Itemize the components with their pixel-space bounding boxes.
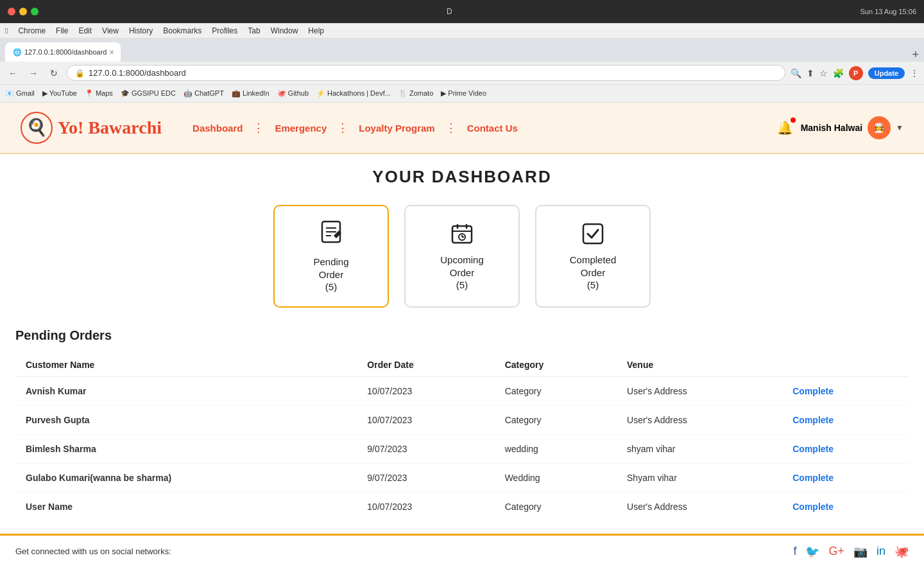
cell-venue-1: User's Address [617,405,782,434]
nav-emergency[interactable]: Emergency [270,120,332,136]
back-button[interactable]: ← [5,66,21,81]
window-title: D [44,7,855,16]
nav-contact[interactable]: Contact Us [462,120,523,136]
browser-chrome: D Sun 13 Aug 15:06  Chrome File Edit Vi… [0,0,924,103]
menu-file[interactable]: File [56,26,68,35]
complete-button-0[interactable]: Complete [792,386,834,396]
tabs-actions: + [912,48,919,62]
user-info[interactable]: Manish Halwai 🧑‍🍳 ▼ [801,116,903,139]
col-venue: Venue [617,353,782,377]
col-customer-name: Customer Name [15,353,357,377]
notification-bell[interactable]: 🔔 [777,120,793,136]
minimize-button[interactable] [19,8,27,15]
upcoming-order-label: UpcomingOrder(5) [440,254,484,292]
bookmark-ggsipu[interactable]: 🎓 GGSIPU EDC [121,89,176,98]
nav-dashboard[interactable]: Dashboard [187,120,248,136]
bookmark-youtube[interactable]: ▶ YouTube [42,89,77,98]
col-action [782,353,909,377]
profile-icon[interactable]: P [849,66,863,80]
lock-icon: 🔒 [75,69,85,78]
linkedin-icon[interactable]: in [877,545,886,559]
cell-customer-0: Avnish Kumar [15,376,357,405]
bookmark-github[interactable]: 🐙 Github [277,89,309,98]
maximize-button[interactable] [31,8,38,15]
cell-customer-2: Bimlesh Sharma [15,434,357,463]
notification-badge [791,118,796,123]
complete-button-3[interactable]: Complete [792,473,834,483]
col-category: Category [495,353,617,377]
address-bar[interactable]: 🔒 127.0.0.1:8000/dashboard [67,65,785,81]
bookmark-zomato[interactable]: 🍴 Zomato [398,89,433,98]
menu-chrome[interactable]: Chrome [18,26,46,35]
logo-icon: 🍳 [21,112,53,144]
pending-order-card[interactable]: PendingOrder(5) [273,205,389,308]
bookmark-chatgpt[interactable]: 🤖 ChatGPT [184,89,224,98]
menu-tab[interactable]: Tab [248,26,260,35]
svg-rect-14 [583,224,603,243]
menu-apple[interactable]:  [5,26,8,35]
cell-category-4: Category [495,492,617,521]
complete-button-2[interactable]: Complete [792,444,834,454]
completed-order-card[interactable]: CompletedOrder(5) [535,205,651,308]
upcoming-order-card[interactable]: UpcomingOrder(5) [404,205,520,308]
twitter-icon[interactable]: 🐦 [805,545,819,559]
menu-edit[interactable]: Edit [78,26,92,35]
cell-action-3: Complete [782,463,909,492]
extensions-icon[interactable]: 🧩 [833,68,844,78]
nav-links: Dashboard ⋮ Emergency ⋮ Loyalty Program … [187,120,777,136]
cell-customer-4: User Name [15,492,357,521]
new-tab-button[interactable]: + [912,48,919,62]
share-icon[interactable]: ⬆ [807,68,814,78]
active-tab[interactable]: 🌐 127.0.0.1:8000/dashboard ✕ [5,42,121,62]
cell-venue-3: Shyam vihar [617,463,782,492]
time-display: Sun 13 Aug 15:06 [860,8,916,15]
bookmark-linkedin[interactable]: 💼 LinkedIn [232,89,270,98]
logo-text: Yo! Bawarchi [58,118,162,138]
google-plus-icon[interactable]: G+ [828,545,844,559]
orders-table: Customer Name Order Date Category Venue … [15,353,909,521]
menu-history[interactable]: History [129,26,153,35]
tab-close-button[interactable]: ✕ [109,49,114,56]
bookmark-icon[interactable]: ☆ [819,68,828,78]
cell-date-1: 10/07/2023 [357,405,494,434]
bookmark-hackathons[interactable]: ⚡ Hackathons | Devf... [316,89,391,98]
update-button[interactable]: Update [868,67,905,79]
bookmark-gmail[interactable]: 📧 Gmail [5,89,35,98]
bookmark-prime[interactable]: ▶ Prime Video [441,89,486,98]
menu-bar:  Chrome File Edit View History Bookmark… [0,23,924,39]
upcoming-order-icon [449,221,475,249]
pending-order-label: PendingOrder(5) [313,256,348,293]
nav-loyalty[interactable]: Loyalty Program [354,120,440,136]
menu-profiles[interactable]: Profiles [212,26,237,35]
menu-view[interactable]: View [102,26,119,35]
instagram-icon[interactable]: 📷 [853,545,868,559]
nav-sep-1: ⋮ [253,121,264,135]
cell-customer-3: Gulabo Kumari(wanna be sharma) [15,463,357,492]
complete-button-1[interactable]: Complete [792,415,834,425]
cell-action-0: Complete [782,376,909,405]
menu-dots-icon[interactable]: ⋮ [910,68,919,78]
cell-category-1: Category [495,405,617,434]
github-icon[interactable]: 🐙 [894,545,909,559]
cell-action-2: Complete [782,434,909,463]
table-section: Pending Orders Customer Name Order Date … [0,328,924,521]
bookmark-maps[interactable]: 📍 Maps [85,89,113,98]
address-bar-icons: 🔍 ⬆ ☆ 🧩 P Update ⋮ [791,66,919,80]
forward-button[interactable]: → [26,66,41,81]
cell-venue-2: shyam vihar [617,434,782,463]
menu-help[interactable]: Help [308,26,324,35]
navbar: 🍳 Yo! Bawarchi Dashboard ⋮ Emergency ⋮ L… [0,103,924,154]
facebook-icon[interactable]: f [793,545,796,559]
orders-tbody: Avnish Kumar 10/07/2023 Category User's … [15,376,909,521]
menu-window[interactable]: Window [271,26,298,35]
nav-right: 🔔 Manish Halwai 🧑‍🍳 ▼ [777,116,903,139]
table-row: Gulabo Kumari(wanna be sharma) 9/07/2023… [15,463,909,492]
cell-action-4: Complete [782,492,909,521]
cell-date-0: 10/07/2023 [357,376,494,405]
menu-bookmarks[interactable]: Bookmarks [163,26,201,35]
cell-date-4: 10/07/2023 [357,492,494,521]
complete-button-4[interactable]: Complete [792,502,834,512]
reload-button[interactable]: ↻ [46,66,62,81]
close-button[interactable] [8,8,15,15]
search-icon[interactable]: 🔍 [791,68,801,78]
